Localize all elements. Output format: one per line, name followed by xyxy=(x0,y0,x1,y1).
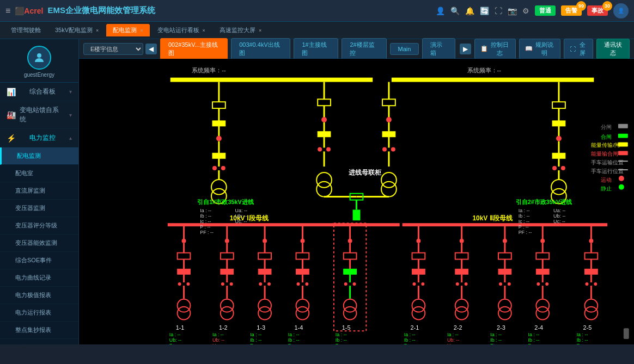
svg-text:Ic : --: Ic : -- xyxy=(200,219,211,224)
svg-text:Ia : --: Ia : -- xyxy=(490,332,502,337)
bell-icon[interactable]: 🔔 xyxy=(465,7,474,15)
svg-point-97 xyxy=(259,282,262,286)
tab-highspeed-close[interactable]: × xyxy=(259,28,261,33)
tab-substation[interactable]: 变电站运行看板 × xyxy=(151,24,212,36)
user-icon[interactable]: 👤 xyxy=(436,7,445,15)
bus-right-label: 10kV Ⅱ段母线 xyxy=(472,214,512,222)
rule-icon: 📖 xyxy=(525,45,533,52)
svg-point-188 xyxy=(540,239,545,243)
tab-distribution[interactable]: 配电监测 × xyxy=(106,24,149,36)
svg-rect-5 xyxy=(212,121,225,126)
tab-dashboard[interactable]: 管理驾驶舱 xyxy=(4,24,47,36)
svg-text:能量输合闸: 能量输合闸 xyxy=(591,151,618,157)
view-tab-002[interactable]: 002#35kV...主接线图 xyxy=(160,38,228,60)
svg-text:能量传输/闸: 能量传输/闸 xyxy=(591,142,620,148)
tab-highspeed[interactable]: 高速监控大屏 × xyxy=(213,24,268,36)
camera-icon[interactable]: 📷 xyxy=(508,7,517,15)
sidebar-item-power-report[interactable]: 电力运行报表 xyxy=(0,304,78,322)
scroll-indicator[interactable] xyxy=(624,328,629,339)
view-tab-2floor[interactable]: 2#楼层监控 xyxy=(342,38,386,60)
svg-point-250 xyxy=(619,184,624,190)
sidebar-item-transformer-monitor[interactable]: 变压器监测 xyxy=(0,200,78,217)
svg-text:Ua: --: Ua: -- xyxy=(553,208,565,213)
sidebar-item-dc-monitor[interactable]: 直流屏监测 xyxy=(0,182,78,200)
bus-cabinet-label: 进线母联柜 xyxy=(348,169,382,176)
svg-rect-240 xyxy=(618,143,628,147)
settings-icon[interactable]: ⚙ xyxy=(522,7,529,15)
svg-text:Uc: --: Uc: -- xyxy=(447,343,459,344)
svg-text:Ia : --: Ia : -- xyxy=(200,208,211,213)
freq-right-label: 系统频率：-- xyxy=(467,67,502,73)
svg-point-179 xyxy=(508,282,511,286)
menu-icon[interactable]: ≡ xyxy=(5,6,10,16)
sidebar-item-power[interactable]: ⚡ 电力监控 ▴ xyxy=(0,129,78,147)
fullscreen-btn[interactable]: ⛶ 全屏 xyxy=(564,39,593,59)
sidebar-item-hourly-report[interactable]: 整点集抄报表 xyxy=(0,322,78,339)
sidebar-item-hourly-summary[interactable]: 整点集抄汇总表 xyxy=(0,339,78,344)
nav-next-btn[interactable]: ▶ xyxy=(460,44,471,54)
sidebar-item-substation[interactable]: 🏭 变电站馈自系统 ▾ xyxy=(0,101,78,129)
svg-text:Ic : --: Ic : -- xyxy=(519,219,529,224)
view-tab-demo[interactable]: 演示箱 xyxy=(422,38,455,60)
sidebar-item-dashboard[interactable]: 📊 综合看板 ▾ xyxy=(0,83,78,101)
svg-point-11 xyxy=(221,166,225,170)
sidebar-item-transformer-grade[interactable]: 变压器评分等级 xyxy=(0,217,78,235)
nav-prev-btn[interactable]: ◀ xyxy=(145,44,157,54)
svg-rect-236 xyxy=(618,124,628,128)
badge-alarm[interactable]: 告警 99 xyxy=(561,5,582,16)
alarm-count: 99 xyxy=(576,1,586,11)
sidebar-item-power-curve[interactable]: 电力曲线记录 xyxy=(0,269,78,287)
sidebar-item-distribution-monitor[interactable]: 配电监测 xyxy=(0,147,78,165)
system-title: EMS企业微电网能效管理系统 xyxy=(47,5,155,16)
fullscreen-icon[interactable]: ⛶ xyxy=(495,7,502,15)
ct-dot-left1 xyxy=(216,136,222,141)
svg-text:P：--: P：-- xyxy=(528,343,540,344)
sidebar-item-transformer-efficiency[interactable]: 变压器能效监测 xyxy=(0,235,78,252)
svg-point-82 xyxy=(230,282,233,286)
svg-text:Ua: --: Ua: -- xyxy=(235,208,247,213)
sidebar-item-power-peak[interactable]: 电力极值报表 xyxy=(0,287,78,304)
substation-icon: 🏭 xyxy=(7,110,15,119)
feeder-1-2-label: 1-2 xyxy=(219,324,228,331)
svg-point-32 xyxy=(321,117,327,122)
view-tab-1main[interactable]: 1#主接线图 xyxy=(294,38,338,60)
svg-rect-63 xyxy=(178,269,191,274)
bus-bar-right-top xyxy=(392,78,594,82)
svg-point-124 xyxy=(348,239,352,243)
building-selector[interactable]: E楼宇信息 xyxy=(83,43,143,55)
tab-35kv[interactable]: 35kV配电监测 × xyxy=(48,24,105,36)
svg-text:Ib : --: Ib : -- xyxy=(490,337,502,343)
sidebar-item-distribution-room[interactable]: 配电室 xyxy=(0,165,78,182)
10kv-bus-right xyxy=(403,223,607,226)
svg-text:Uc: --: Uc: -- xyxy=(235,219,247,224)
svg-text:Ib : --: Ib : -- xyxy=(404,337,416,343)
search-icon[interactable]: 🔍 xyxy=(450,7,460,15)
svg-text:Ib : --: Ib : -- xyxy=(250,337,261,343)
view-tab-main[interactable]: Main xyxy=(390,43,419,55)
control-log-btn[interactable]: 📋 控制日志 xyxy=(474,39,516,59)
svg-point-81 xyxy=(221,282,224,286)
svg-text:Ib : --: Ib : -- xyxy=(336,337,347,343)
sidebar-item-soe-events[interactable]: 综合SOE事件 xyxy=(0,252,78,269)
tab-35kv-close[interactable]: × xyxy=(96,28,99,33)
svg-point-210 xyxy=(586,282,589,286)
tab-distribution-close[interactable]: × xyxy=(140,28,143,33)
badge-normal[interactable]: 普通 xyxy=(535,5,556,16)
refresh-icon[interactable]: 🔄 xyxy=(480,7,489,15)
svg-point-20 xyxy=(556,136,562,141)
rule-desc-btn[interactable]: 📖 规则说明 xyxy=(519,39,560,59)
svg-text:Ia : --: Ia : -- xyxy=(288,332,300,337)
svg-text:Ia : --: Ia : -- xyxy=(447,332,459,337)
right-area: E楼宇信息 ◀ 002#35kV...主接线图 003#0.4kV出线图 1#主… xyxy=(79,39,634,344)
tab-substation-close[interactable]: × xyxy=(203,28,205,33)
chevron-icon2: ▾ xyxy=(69,112,72,118)
user-avatar[interactable]: 👤 xyxy=(613,3,629,18)
feeder-1-4-label: 1-4 xyxy=(295,324,303,331)
svg-point-113 xyxy=(297,282,300,286)
badge-accident[interactable]: 事故 30 xyxy=(587,5,608,16)
sidebar: guestEnergy 📊 综合看板 ▾ 🏭 变电站馈自系统 ▾ ⚡ 电力监控 … xyxy=(0,39,79,344)
comm-status-btn[interactable]: 通讯状态 xyxy=(596,39,630,59)
svg-rect-176 xyxy=(498,269,511,274)
view-tab-003[interactable]: 003#0.4kV出线图 xyxy=(231,38,290,60)
main-diagram-svg: 系统频率：-- 系统频率：-- xyxy=(79,59,634,344)
